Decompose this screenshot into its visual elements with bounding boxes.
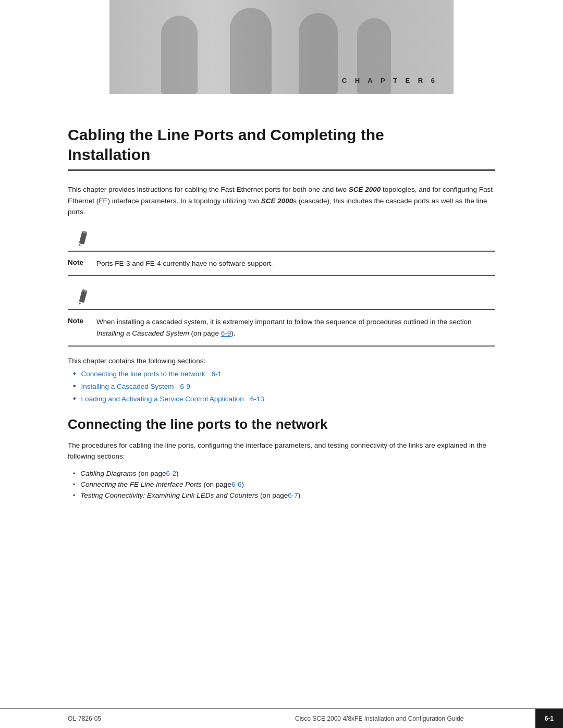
connecting-section-heading: Connecting the line ports to the network (68, 416, 495, 433)
note-text-1: Ports FE-3 and FE-4 currently have no so… (96, 258, 495, 269)
section-list-item-2: Installing a Cascaded System 6-9 (73, 381, 495, 391)
subsections-list: Cabling Diagrams (on page 6-2) Connectin… (68, 470, 495, 499)
subsection-page-2[interactable]: 6-6 (231, 480, 242, 488)
note-text-2: When installing a cascaded system, it is… (96, 316, 495, 339)
sections-list: Connecting the line ports to the network… (68, 369, 495, 403)
chapter-label: C H A P T E R 6 (342, 77, 438, 84)
note-rule-top-1 (68, 251, 495, 252)
note-icon-2 (68, 286, 96, 306)
section-link-3[interactable]: Loading and Activating a Service Control… (81, 395, 244, 403)
chapter-title: Cabling the Line Ports and Completing th… (68, 125, 495, 164)
subsection-item-2: Connecting the FE Line Interface Ports (… (73, 480, 495, 488)
note-rule-bottom-1 (68, 275, 495, 276)
note-section-1: Note Ports FE-3 and FE-4 currently have … (68, 227, 495, 277)
footer-doc-id: OL-7826-05 (0, 715, 224, 722)
subsection-label-3: Testing Connectivity: Examining Link LED… (80, 491, 258, 499)
footer-right: 6-1 (535, 709, 563, 729)
note-rule-bottom-2 (68, 346, 495, 347)
note-icon-1 (68, 227, 96, 248)
section-page-3: 6-13 (250, 395, 264, 403)
note-label-1: Note (68, 258, 96, 266)
section-link-2[interactable]: Installing a Cascaded System (81, 382, 174, 390)
footer-guide-title: Cisco SCE 2000 4/8xFE Installation and C… (224, 715, 535, 722)
connecting-section-intro: The procedures for cabling the line port… (68, 440, 495, 462)
pencil-icon-2 (73, 288, 92, 306)
intro-paragraph: This chapter provides instructions for c… (68, 184, 495, 218)
note2-page-link[interactable]: 6-9 (221, 329, 231, 337)
section-list-item-3: Loading and Activating a Service Control… (73, 394, 495, 403)
section-link-1[interactable]: Connecting the line ports to the network (81, 370, 205, 378)
section-list-item-1: Connecting the line ports to the network… (73, 369, 495, 378)
subsection-item-3: Testing Connectivity: Examining Link LED… (73, 491, 495, 499)
footer: OL-7826-05 Cisco SCE 2000 4/8xFE Install… (0, 708, 563, 728)
subsection-page-1[interactable]: 6-2 (166, 470, 177, 477)
subsection-item-1: Cabling Diagrams (on page 6-2) (73, 470, 495, 477)
footer-page-number: 6-1 (535, 709, 563, 729)
main-content: Cabling the Line Ports and Completing th… (0, 94, 563, 499)
note-section-2: Note When installing a cascaded system, … (68, 286, 495, 346)
note-label-2: Note (68, 316, 96, 325)
sections-intro: This chapter contains the following sect… (68, 357, 495, 365)
title-divider (68, 169, 495, 171)
note-rule-top-2 (68, 309, 495, 310)
section-page-1: 6-1 (212, 370, 222, 378)
subsection-label-1: Cabling Diagrams (80, 470, 136, 477)
subsection-page-3[interactable]: 6-7 (288, 491, 298, 499)
section-page-2: 6-9 (180, 382, 190, 390)
svg-marker-1 (79, 244, 81, 246)
svg-marker-4 (79, 302, 81, 305)
subsection-label-2: Connecting the FE Line Interface Ports (80, 480, 202, 488)
pencil-icon (73, 229, 92, 248)
chapter-header-image: C H A P T E R 6 (109, 0, 454, 94)
